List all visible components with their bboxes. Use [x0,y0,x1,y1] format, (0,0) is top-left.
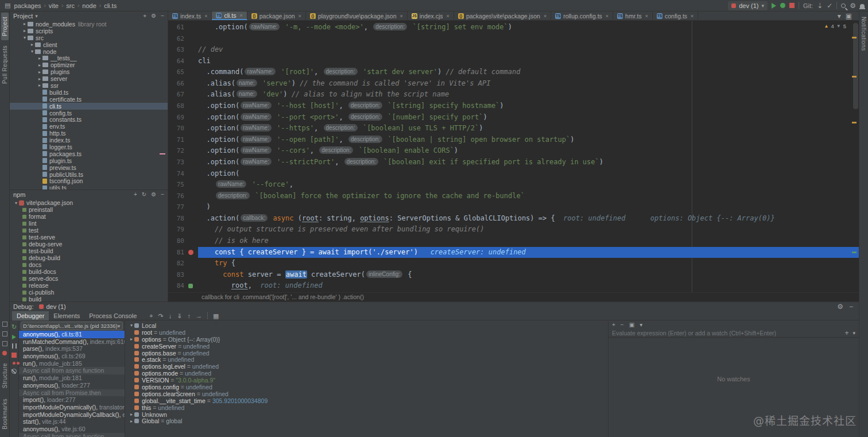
code-text[interactable]: .command(rawName: '[root]', description:… [198,67,859,78]
view-breakpoints-icon[interactable] [13,362,16,365]
process-selector[interactable]: D:\tencent\app\...vit...vite.js (pid 323… [21,322,123,330]
run-to-cursor-icon[interactable]: → [196,312,202,319]
tree-chevron-icon[interactable]: ▸ [22,28,28,33]
code-text[interactable]: root, root: undefined [198,280,859,292]
frame-item[interactable]: importModuleDynamicallyCallback(), esm_l… [19,411,125,419]
editor-tab[interactable]: TScli.ts× [212,11,247,20]
code-text[interactable]: .alias(name: 'serve') // the command is … [198,78,859,90]
frame-item[interactable]: parse(), index.mjs:537 [19,345,125,353]
breadcrumb-item[interactable]: node [82,2,96,9]
mute-breakpoints-icon[interactable] [11,369,17,374]
filter-funnel-icon[interactable] [122,324,123,327]
force-step-into-icon[interactable]: ⇓ [177,312,182,319]
variable-item[interactable]: options.mode = undefined [125,370,608,377]
tree-chevron-icon[interactable]: ▸ [37,63,42,68]
npm-item[interactable]: format [10,213,168,220]
code-text[interactable]: // dev [198,44,859,56]
resume-icon[interactable] [12,335,16,339]
tree-item[interactable]: utils.ts [10,184,168,190]
code-text[interactable]: .action(callback: async (root: string, o… [198,213,859,225]
variable-item[interactable]: e.stack = undefined [125,356,608,363]
tree-chevron-icon[interactable]: ▸ [22,21,28,26]
tree-item[interactable]: publicUtils.ts [10,171,168,178]
copy-icon[interactable]: ▣ [629,322,634,328]
editor-tab[interactable]: {}playground\vue\package.json× [306,11,408,20]
close-tab-icon[interactable]: × [447,13,450,19]
evaluate-expression-icon[interactable]: ▦ [213,312,219,319]
frame-item[interactable]: run(), module_job:185 [19,360,125,368]
frame-item[interactable]: import(), loader:277 [19,396,125,404]
debug-button[interactable] [780,3,785,8]
split-editor-icon[interactable]: ▣ [846,13,852,20]
npm-item[interactable]: serve-docs [10,275,168,282]
stripe-warning-mark[interactable] [852,37,857,38]
pause-icon[interactable] [12,343,17,349]
variable-item[interactable]: options.clearScreen = undefined [125,390,608,397]
frame-item[interactable]: importModuleDynamically(), translators:1… [19,404,125,411]
breadcrumb-item[interactable]: cli.ts [104,2,117,9]
step-into-icon[interactable]: ↓ [169,312,172,319]
variable-item[interactable]: options.config = undefined [125,384,608,390]
breadcrumb-item[interactable]: vite [49,2,59,9]
tool-stripe-icon[interactable] [2,351,7,355]
tree-item[interactable]: ▸plugins [10,68,168,75]
close-tab-icon[interactable]: × [239,13,242,18]
tree-chevron-icon[interactable]: ▸ [129,419,134,424]
tree-item[interactable]: tsconfig.json [10,177,168,184]
tree-item[interactable]: env.ts [10,123,168,130]
main-menu-icon[interactable]: ▤ [5,2,10,9]
tree-item[interactable]: logger.ts [10,144,168,150]
tree-item[interactable]: ▸node_moduleslibrary root [10,21,168,28]
tree-item[interactable]: plugin.ts [10,157,168,164]
chevron-down-icon[interactable]: ▾ [640,322,642,328]
update-project-icon[interactable]: ⇣ [817,2,823,9]
tree-item[interactable]: config.ts [10,110,168,117]
code-text[interactable]: // output structure is preserved even af… [198,224,859,235]
locate-file-icon[interactable]: ⌖ [144,13,147,20]
code-text[interactable]: ) [198,202,859,213]
npm-item[interactable]: release [10,282,168,289]
stripe-warning-mark[interactable] [852,76,857,78]
tree-chevron-icon[interactable]: ▸ [37,56,42,61]
close-tab-icon[interactable]: × [544,13,547,19]
tree-item[interactable]: packages.ts [10,150,168,157]
search-icon[interactable] [841,3,846,8]
tool-stripe-structure[interactable]: Structure [1,359,9,392]
breadcrumb-item[interactable]: packages [14,2,41,9]
variable-item[interactable]: VERSION = "3.0.0-alpha.9" [125,377,608,384]
editor-tab[interactable]: TSindex.ts× [168,11,212,20]
editor-scrollbar[interactable] [853,23,858,109]
npm-item[interactable]: debug-build [10,254,168,261]
tree-item[interactable]: certificate.ts [10,96,168,103]
tree-chevron-icon[interactable]: ▸ [129,412,134,417]
step-out-icon[interactable]: ↑ [187,312,191,319]
tree-chevron-icon[interactable]: ▾ [22,35,28,40]
frame-item[interactable]: runMatchedCommand(), index.mjs:610 [19,338,125,346]
variable-item[interactable]: global.__vite_start_time = 305.920100003… [125,397,608,404]
tree-chevron-icon[interactable]: ▸ [37,83,42,88]
panel-settings-gear-icon[interactable]: ⚙ [151,191,156,198]
tree-chevron-icon[interactable]: ▸ [129,337,134,342]
refresh-icon[interactable]: ↻ [142,191,146,198]
code-text[interactable]: description: `[boolean] force the optimi… [198,191,859,202]
variable-item[interactable]: root = undefined [125,329,608,336]
frame-item[interactable]: anonymous(), loader:277 [19,382,125,389]
hide-panel-icon[interactable]: − [849,303,853,310]
variable-item[interactable]: ▸Global = global [125,417,608,424]
tree-item[interactable]: ▸__tests__ [10,55,168,61]
frame-item[interactable]: anonymous(), cli.ts:81 [19,331,125,338]
code-text[interactable]: .option(rawName: '--strictPort', descrip… [198,157,859,168]
tool-stripe-bookmarks[interactable]: Bookmarks [1,395,9,434]
close-tab-icon[interactable]: × [645,13,648,19]
code-text[interactable]: .option( [198,168,859,180]
variable-item[interactable]: options.base = undefined [125,350,608,357]
tree-item[interactable]: constants.ts [10,116,168,123]
tree-chevron-icon[interactable]: ▸ [37,76,42,82]
tool-stripe-icon[interactable] [2,331,7,337]
tool-stripe-icon[interactable] [2,341,7,346]
breadcrumb-item[interactable]: src [66,2,75,9]
panel-settings-gear-icon[interactable]: ⚙ [151,13,156,20]
run-config-selector[interactable]: dev (1) ▾ [728,1,768,10]
remove-watch-icon[interactable]: − [621,322,624,328]
close-tab-icon[interactable]: × [400,13,402,19]
